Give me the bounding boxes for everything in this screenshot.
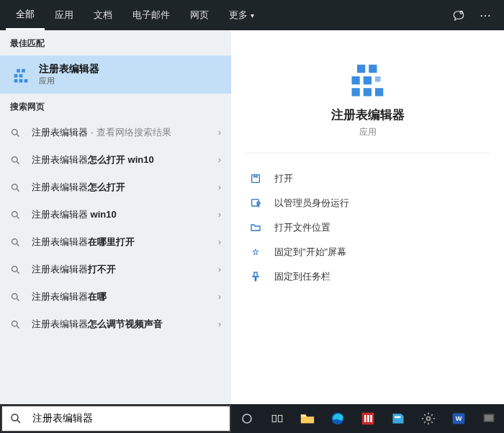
tab-docs[interactable]: 文档 <box>84 0 122 30</box>
admin-icon <box>250 197 266 209</box>
result-text: 注册表编辑器打不开 <box>32 263 218 276</box>
action-open[interactable]: 打开 <box>246 166 490 191</box>
detail-title: 注册表编辑器 <box>246 107 490 123</box>
taskbar-explorer-icon[interactable] <box>292 404 323 433</box>
web-result-item[interactable]: 注册表编辑器在哪› <box>0 283 231 311</box>
pin-start-icon <box>250 246 266 258</box>
svg-point-27 <box>12 414 18 421</box>
chevron-right-icon: › <box>218 264 221 274</box>
folder-icon <box>250 222 266 233</box>
svg-text:W: W <box>456 415 462 422</box>
chevron-right-icon: › <box>218 128 221 138</box>
search-icon <box>10 128 23 138</box>
taskbar-app3-icon[interactable] <box>474 404 504 433</box>
taskbar-edge-icon[interactable] <box>323 404 353 433</box>
svg-rect-33 <box>364 415 366 422</box>
web-result-item[interactable]: 注册表编辑器 - 查看网络搜索结果› <box>0 119 231 146</box>
result-text: 注册表编辑器在哪 <box>32 290 218 303</box>
best-match-header: 最佳匹配 <box>0 30 231 55</box>
tab-apps[interactable]: 应用 <box>45 0 84 30</box>
chevron-right-icon: › <box>218 210 221 220</box>
best-match-title: 注册表编辑器 <box>39 63 99 76</box>
svg-rect-19 <box>363 88 371 96</box>
action-pin-taskbar[interactable]: 固定到任务栏 <box>246 264 490 289</box>
svg-rect-5 <box>24 79 28 82</box>
svg-rect-1 <box>14 73 18 77</box>
result-text: 注册表编辑器怎么调节视频声音 <box>32 318 218 331</box>
svg-point-12 <box>12 238 18 244</box>
svg-rect-16 <box>351 76 359 84</box>
search-box[interactable] <box>1 405 231 432</box>
web-result-item[interactable]: 注册表编辑器打不开› <box>0 256 231 283</box>
result-text: 注册表编辑器怎么打开 <box>32 181 218 194</box>
web-result-item[interactable]: 注册表编辑器 win10› <box>0 201 231 228</box>
taskbar-settings-icon[interactable] <box>413 404 444 433</box>
open-icon <box>250 173 266 184</box>
svg-point-10 <box>12 184 18 189</box>
chevron-right-icon: › <box>218 182 221 192</box>
taskbar-taskview-icon[interactable] <box>262 404 292 433</box>
result-text: 注册表编辑器 - 查看网络搜索结果 <box>32 126 218 139</box>
svg-rect-23 <box>375 76 381 82</box>
web-result-item[interactable]: 注册表编辑器怎么调节视频声音› <box>0 311 231 338</box>
svg-rect-35 <box>370 415 372 422</box>
svg-rect-34 <box>367 415 369 422</box>
svg-point-11 <box>12 211 18 217</box>
taskbar-app1-icon[interactable] <box>353 404 383 433</box>
detail-regedit-icon <box>346 55 390 98</box>
search-icon <box>10 319 23 330</box>
result-text: 注册表编辑器在哪里打开 <box>32 236 218 249</box>
search-icon <box>10 182 23 193</box>
svg-point-15 <box>12 321 18 326</box>
svg-rect-3 <box>14 79 18 82</box>
feedback-icon[interactable] <box>445 9 472 22</box>
more-options-icon[interactable]: ⋯ <box>472 9 498 22</box>
regedit-icon <box>10 64 32 86</box>
svg-point-9 <box>12 156 18 162</box>
taskbar-app2-icon[interactable] <box>383 404 413 433</box>
svg-rect-30 <box>279 416 282 422</box>
action-run-admin[interactable]: 以管理员身份运行 <box>246 191 490 215</box>
svg-rect-21 <box>369 65 377 73</box>
taskbar-cortana-icon[interactable] <box>232 404 262 433</box>
tab-more[interactable]: 更多▾ <box>219 0 264 30</box>
chevron-down-icon: ▾ <box>251 12 254 19</box>
svg-rect-7 <box>17 68 20 72</box>
best-match-subtitle: 应用 <box>39 76 99 86</box>
svg-point-13 <box>12 266 18 272</box>
result-text: 注册表编辑器怎么打开 win10 <box>32 153 218 166</box>
search-icon <box>10 210 23 220</box>
svg-rect-2 <box>19 73 23 77</box>
web-result-item[interactable]: 注册表编辑器在哪里打开› <box>0 228 231 256</box>
search-input[interactable] <box>30 409 230 429</box>
svg-point-14 <box>12 293 18 299</box>
action-pin-start[interactable]: 固定到"开始"屏幕 <box>246 240 490 264</box>
best-match-item[interactable]: 注册表编辑器 应用 <box>0 55 231 94</box>
svg-point-0 <box>460 11 463 14</box>
chevron-right-icon: › <box>218 237 221 247</box>
tab-mail[interactable]: 电子邮件 <box>122 0 180 30</box>
tab-all[interactable]: 全部 <box>6 0 45 30</box>
svg-point-8 <box>12 129 18 135</box>
svg-point-36 <box>427 417 431 421</box>
svg-rect-4 <box>19 79 23 82</box>
svg-rect-17 <box>363 76 371 84</box>
tab-web[interactable]: 网页 <box>180 0 219 30</box>
web-result-item[interactable]: 注册表编辑器怎么打开› <box>0 174 231 201</box>
svg-rect-29 <box>272 416 276 422</box>
action-open-location[interactable]: 打开文件位置 <box>246 215 490 240</box>
svg-rect-18 <box>351 88 359 96</box>
chevron-right-icon: › <box>218 319 221 329</box>
chevron-right-icon: › <box>218 155 221 165</box>
search-icon <box>2 412 30 425</box>
result-text: 注册表编辑器 win10 <box>32 208 218 221</box>
svg-rect-22 <box>357 65 365 73</box>
chevron-right-icon: › <box>218 292 221 302</box>
svg-point-28 <box>243 414 251 423</box>
taskbar-word-icon[interactable]: W <box>444 404 474 433</box>
search-web-header: 搜索网页 <box>0 94 231 119</box>
detail-subtitle: 应用 <box>246 126 490 138</box>
web-result-item[interactable]: 注册表编辑器怎么打开 win10› <box>0 146 231 174</box>
search-icon <box>10 155 23 166</box>
svg-rect-6 <box>22 68 25 72</box>
